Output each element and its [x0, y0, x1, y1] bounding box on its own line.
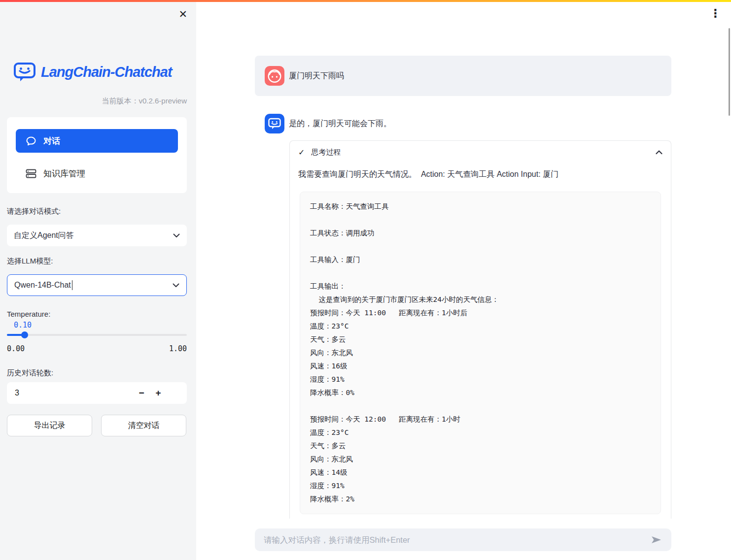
user-message: 厦门明天下雨吗: [255, 56, 671, 96]
slider-track[interactable]: [7, 334, 187, 336]
logo-chat-bubble-icon: [13, 62, 36, 82]
history-rounds-input-group: − +: [7, 382, 187, 404]
sidebar-item-knowledge-base[interactable]: 知识库管理: [16, 164, 178, 183]
top-decoration-bar: [0, 0, 731, 2]
export-records-button[interactable]: 导出记录: [7, 415, 92, 436]
sidebar-item-label: 对话: [43, 135, 60, 147]
version-text: 当前版本：v0.2.6-preview: [102, 97, 187, 106]
app-title: LangChain-Chatchat: [41, 64, 172, 80]
sidebar-item-label: 知识库管理: [43, 168, 85, 179]
assistant-avatar: [265, 114, 284, 133]
chat-bubble-icon: [26, 136, 36, 146]
slider-range-labels: 0.00 1.00: [7, 344, 187, 353]
llm-model-select[interactable]: Qwen-14B-Chat: [7, 274, 187, 296]
chevron-down-icon: [173, 233, 180, 238]
temperature-label: Temperature:: [7, 310, 50, 318]
history-rounds-input[interactable]: [15, 389, 133, 397]
app-menu-icon[interactable]: ⋮: [710, 8, 721, 19]
scrollbar[interactable]: [729, 28, 730, 116]
llm-model-label: 选择LLM模型:: [7, 257, 53, 266]
slider-min-label: 0.00: [7, 344, 25, 353]
decrement-button[interactable]: −: [133, 388, 150, 398]
sidebar-item-dialogue[interactable]: 对话: [16, 129, 178, 153]
temperature-value: 0.10: [14, 321, 32, 329]
send-icon: [650, 534, 662, 546]
assistant-message: 是的，厦门明天可能会下雨。: [255, 114, 671, 133]
chevron-down-icon: [173, 283, 179, 288]
user-avatar: [265, 66, 284, 86]
app-logo: LangChain-Chatchat: [13, 62, 172, 82]
check-icon: ✓: [298, 148, 305, 157]
user-message-text: 厦门明天下雨吗: [289, 71, 344, 81]
sidebar-close-icon[interactable]: ✕: [178, 9, 187, 19]
dialog-mode-value: 自定义Agent问答: [14, 231, 74, 241]
dialog-mode-label: 请选择对话模式:: [7, 207, 61, 216]
slider-max-label: 1.00: [169, 344, 187, 353]
clear-dialogue-button[interactable]: 清空对话: [101, 415, 186, 436]
send-button[interactable]: [650, 534, 662, 546]
assistant-chat-bubble-icon: [265, 114, 284, 133]
thought-process-expander: ✓ 思考过程 我需要查询厦门明天的天气情况。 Action: 天气查询工具 Ac…: [289, 140, 671, 519]
chevron-up-icon[interactable]: [656, 150, 662, 155]
text-cursor: [72, 280, 73, 290]
chat-input[interactable]: [264, 535, 645, 545]
increment-button[interactable]: +: [150, 388, 167, 398]
agent-thought-text: 我需要查询厦门明天的天气情况。 Action: 天气查询工具 Action In…: [298, 168, 662, 180]
main-area: ⋮ 厦门明天下雨吗: [196, 0, 731, 560]
chat-input-container: [255, 528, 671, 551]
dialog-mode-select[interactable]: 自定义Agent问答: [7, 225, 187, 246]
assistant-message-text: 是的，厦门明天可能会下雨。: [289, 119, 391, 129]
temperature-slider[interactable]: [7, 333, 187, 337]
slider-thumb[interactable]: [21, 331, 28, 338]
version-label: 当前版本：: [102, 97, 139, 105]
user-face-icon: [265, 66, 284, 86]
knowledge-base-icon: [26, 168, 36, 179]
expander-header[interactable]: ✓ 思考过程: [290, 141, 671, 164]
history-rounds-label: 历史对话轮数:: [7, 368, 53, 378]
llm-model-value: Qwen-14B-Chat: [14, 281, 71, 290]
version-value: v0.2.6-preview: [139, 97, 187, 105]
sidebar: ✕ LangChain-Chatchat 当前版本：v0.2.6-preview…: [0, 0, 196, 560]
nav-card: 对话 知识库管理: [7, 117, 187, 193]
tool-output-block: 工具名称：天气查询工具 工具状态：调用成功 工具输入：厦门 工具输出： 这是查询…: [300, 192, 661, 514]
expander-title: 思考过程: [311, 148, 649, 157]
